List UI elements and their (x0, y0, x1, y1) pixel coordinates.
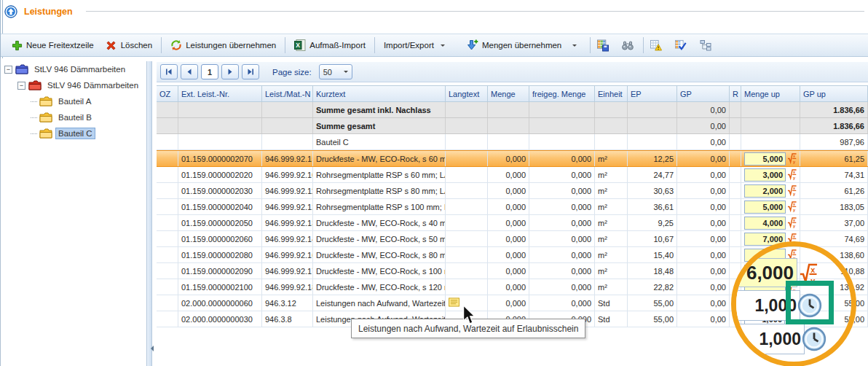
menge-up-input[interactable]: 4,000 (744, 217, 786, 230)
column-header-ext-leist-nr[interactable]: Ext. Leist.-Nr. (178, 86, 262, 101)
table-row[interactable]: 01.159.0000002060946.999.92.14Druckfeste… (157, 231, 868, 247)
project-tree: −StLV 946 Dämmarbeiten−StLV 946 Dämmarbe… (1, 61, 145, 366)
tree-item-label: StLV 946 Dämmarbeiten (45, 80, 141, 90)
cell-langtext (446, 134, 488, 149)
cell-kurztext: Rohrsegmentplatte RSP s 60 mm; LA (313, 167, 446, 182)
column-header-oz[interactable]: OZ (157, 86, 178, 101)
cell-menge-up: 3,000xy (741, 167, 800, 182)
cell-kurztext: Summe gesamt (313, 118, 446, 133)
cell-ep: 36,61 (628, 199, 677, 214)
column-header-r[interactable]: R (730, 86, 741, 101)
column-header-freigeg-menge[interactable]: freigeg. Menge (529, 86, 595, 101)
formula-icon[interactable]: xy (787, 217, 797, 230)
refresh-icon (170, 39, 182, 51)
page-header: Leistungen (4, 4, 73, 20)
aufmass-import-button[interactable]: X Aufmaß-Import (288, 37, 371, 53)
column-header-menge[interactable]: Menge (488, 86, 529, 101)
langtext-note-icon[interactable] (449, 297, 459, 308)
grid-warning-button[interactable] (647, 36, 666, 54)
tree-item-bauteil-a[interactable]: Bauteil A (1, 93, 145, 109)
cell-kurztext: Rohrsegmentplatte RSP s 80 mm; LA (313, 183, 446, 198)
cell-langtext (446, 279, 488, 295)
cell-kurztext: Rohrsegmentplatte RSP s 100 mm; L (313, 199, 446, 214)
cell-menge: 0,000 (488, 183, 529, 198)
toolbar: Neue Freitextzeile Löschen Leistungen üb… (1, 34, 868, 57)
cell-freigeg-menge: 0,000 (529, 295, 595, 311)
toolbar-separator (285, 37, 285, 53)
menge-up-input[interactable]: 5,000 (744, 152, 786, 166)
clock-icon (802, 327, 826, 353)
cell-ep: 9,25 (628, 215, 677, 230)
formula-icon[interactable]: xy (787, 168, 797, 182)
menge-up-input[interactable]: 3,000 (744, 168, 786, 182)
cell-ep: 15,40 (628, 247, 677, 262)
table-row[interactable]: 01.159.0000002030946.999.92.11Rohrsegmen… (157, 183, 868, 199)
column-header-gp-up[interactable]: GP up (800, 86, 868, 101)
svg-text:y: y (793, 175, 796, 179)
apply-quantities-menu[interactable]: Mengen übernehmen (461, 37, 583, 53)
page-size-select[interactable]: 50 (319, 64, 352, 79)
panel-splitter[interactable] (146, 61, 152, 366)
cell-leist-mat-nr (262, 134, 313, 149)
cell-ep (628, 102, 677, 117)
cell-freigeg-menge: 0,000 (529, 279, 595, 295)
menge-up-editor: 4,000xy (744, 217, 797, 230)
save-grid-layout-button[interactable] (593, 36, 612, 54)
table-row[interactable]: 01.159.0000002020946.999.92.10Rohrsegmen… (157, 167, 868, 183)
column-header-langtext[interactable]: Langtext (446, 86, 488, 101)
tree-item-bauteil-b[interactable]: Bauteil B (1, 109, 145, 125)
formula-icon[interactable]: xy (787, 184, 797, 198)
grid-check-button[interactable] (671, 36, 690, 54)
import-export-menu[interactable]: Import/Export (378, 39, 451, 52)
column-header-kurztext[interactable]: Kurztext (313, 86, 446, 101)
tree-view-button[interactable] (696, 36, 715, 54)
column-header-ep[interactable]: EP (628, 86, 677, 101)
column-header-leist-mat-n[interactable]: Leist./Mat.-N (262, 86, 313, 101)
cell-r (730, 215, 741, 230)
cell-menge: 0,000 (488, 263, 529, 279)
cell-menge-up: 2,000xy (741, 183, 800, 198)
table-row[interactable]: 01.159.0000002050946.999.92.13Druckfeste… (157, 215, 868, 231)
column-header-einheit[interactable]: Einheit (595, 86, 628, 101)
current-page-button[interactable]: 1 (201, 64, 218, 79)
page-title: Leistungen (24, 7, 73, 17)
tree-expander-icon[interactable]: − (17, 82, 25, 90)
tree-item-stlv-946-d-mmarbeiten[interactable]: −StLV 946 Dämmarbeiten (1, 61, 145, 77)
grid-check-icon (675, 39, 687, 51)
table-row[interactable]: 01.159.0000002070946.999.92.15Druckfeste… (157, 150, 868, 167)
cell-einheit (595, 134, 628, 149)
last-page-button[interactable] (242, 64, 259, 79)
prev-page-button[interactable] (181, 64, 198, 79)
column-header-gp[interactable]: GP (677, 86, 730, 101)
cell-ext-leist-nr: 01.159.0000002030 (178, 183, 262, 198)
cell-ext-leist-nr (178, 102, 262, 117)
pane-edge (0, 58, 1, 366)
formula-icon[interactable]: xy (787, 200, 797, 214)
cell-leist-mat-nr: 946.999.92.17 (262, 263, 313, 279)
menge-up-input[interactable]: 2,000 (744, 184, 786, 198)
tree-item-stlv-946-d-mmarbeiten[interactable]: −StLV 946 Dämmarbeiten (1, 77, 145, 93)
formula-icon[interactable]: xy (787, 152, 797, 166)
chevron-down-icon (441, 44, 445, 49)
next-page-button[interactable] (221, 64, 239, 79)
menge-up-input[interactable]: 5,000 (744, 200, 786, 214)
svg-text:y: y (793, 159, 796, 163)
tree-connector (31, 101, 37, 102)
collapse-up-icon[interactable] (4, 5, 17, 18)
button-label: Mengen übernehmen (482, 41, 561, 50)
tree-item-bauteil-c[interactable]: Bauteil C (1, 125, 145, 141)
cell-kurztext: Summe gesamt inkl. Nachlass (313, 102, 446, 117)
button-label: Aufmaß-Import (309, 41, 366, 50)
first-page-button[interactable] (160, 64, 178, 79)
table-row[interactable]: 01.159.0000002040946.999.92.12Rohrsegmen… (157, 199, 868, 215)
apply-services-button[interactable]: Leistungen übernehmen (165, 37, 282, 53)
column-header-menge-up[interactable]: Menge up (741, 86, 800, 101)
new-freetext-row-button[interactable]: Neue Freitextzeile (5, 37, 100, 53)
search-button[interactable] (618, 36, 637, 54)
cell-langtext (446, 151, 488, 166)
delete-button[interactable]: Löschen (100, 37, 158, 53)
tree-expander-icon[interactable]: − (4, 66, 12, 74)
cell-ext-leist-nr: 01.159.0000002050 (178, 215, 262, 230)
cell-leist-mat-nr (262, 102, 313, 117)
table-row[interactable]: Bauteil C0,00987,96 (157, 134, 868, 150)
